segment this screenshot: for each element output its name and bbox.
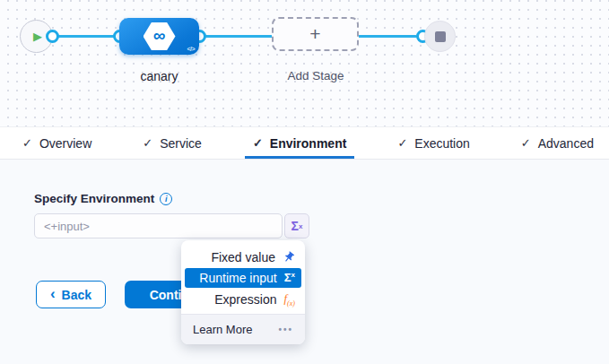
tab-label: Advanced (538, 136, 594, 151)
pipeline-stage-editor: ▶ ∞ </> canary + Add Stage ✓ Overview ✓ … (0, 0, 609, 364)
plus-icon: + (309, 24, 320, 43)
add-stage-label: Add Stage (265, 69, 366, 82)
option-label: Fixed value (211, 250, 275, 264)
option-fixed-value[interactable]: Fixed value (181, 247, 305, 267)
tab-label: Execution (414, 136, 469, 151)
stage-name-label: canary (119, 69, 199, 83)
tab-advanced[interactable]: ✓ Advanced (513, 127, 602, 159)
code-icon: </> (187, 46, 195, 52)
tab-label: Overview (39, 136, 91, 151)
check-icon: ✓ (22, 136, 32, 150)
chevron-left-icon: ‹ (50, 286, 56, 301)
connector-edge (52, 35, 120, 38)
environment-input[interactable] (34, 213, 283, 238)
input-type-dropdown: Fixed value Runtime input Σx Expression … (181, 240, 305, 344)
tab-execution[interactable]: ✓ Execution (389, 127, 477, 159)
back-button[interactable]: ‹ Back (36, 281, 106, 308)
stage-tabs: ✓ Overview ✓ Service ✓ Environment ✓ Exe… (0, 126, 609, 160)
runtime-input-toggle-button[interactable]: Σx (284, 213, 309, 238)
specify-environment-label: Specify Environment (34, 192, 154, 205)
check-icon: ✓ (253, 136, 263, 150)
sigma-icon: Σ (291, 219, 299, 233)
learn-more-row[interactable]: Learn More ••• (181, 314, 305, 344)
sigma-icon: Σx (284, 271, 295, 284)
environment-tab-panel: Specify Environment i Σx ‹ Back Continue… (0, 160, 609, 364)
pipeline-canvas[interactable]: ▶ ∞ </> canary + Add Stage (0, 0, 609, 126)
tab-label: Service (160, 136, 202, 151)
check-icon: ✓ (397, 136, 407, 150)
check-icon: ✓ (521, 136, 531, 150)
connector-edge (199, 35, 273, 38)
back-button-label: Back (62, 288, 91, 302)
add-stage-button[interactable]: + (272, 17, 359, 51)
ellipsis-icon[interactable]: ••• (278, 325, 293, 334)
environment-input-group: Σx (34, 213, 309, 238)
stage-node-canary[interactable]: ∞ </> (119, 18, 199, 55)
harness-stage-icon: ∞ (144, 22, 176, 50)
tab-overview[interactable]: ✓ Overview (14, 127, 100, 159)
connector-port[interactable] (46, 30, 59, 43)
tab-environment[interactable]: ✓ Environment (245, 127, 354, 159)
option-runtime-input[interactable]: Runtime input Σx (185, 268, 301, 288)
connector-edge (358, 35, 417, 38)
option-label: Runtime input (199, 271, 276, 285)
specify-environment-row: Specify Environment i (34, 192, 172, 205)
pipeline-end-node (424, 21, 456, 52)
check-icon: ✓ (143, 136, 152, 150)
stop-icon (435, 31, 446, 42)
option-label: Expression (214, 292, 276, 307)
learn-more-label: Learn More (193, 323, 252, 336)
pin-icon (280, 248, 298, 266)
fx-icon: f(x) (283, 291, 295, 308)
infinity-icon: ∞ (153, 29, 166, 42)
tab-label: Environment (270, 136, 347, 151)
play-icon: ▶ (30, 30, 42, 42)
info-icon[interactable]: i (160, 193, 172, 205)
tab-service[interactable]: ✓ Service (135, 127, 210, 159)
option-expression[interactable]: Expression f(x) (181, 289, 305, 309)
input-type-options: Fixed value Runtime input Σx Expression … (181, 240, 305, 314)
